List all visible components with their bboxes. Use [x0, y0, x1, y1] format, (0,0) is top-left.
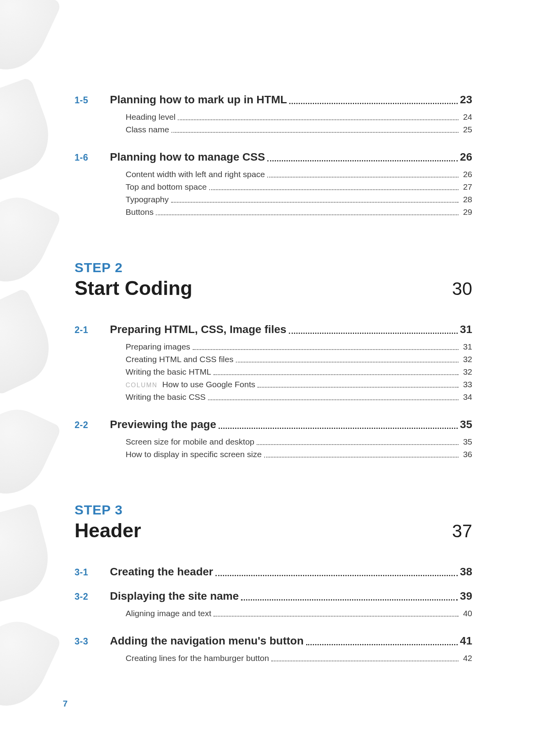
subsection-page: 32 — [461, 355, 472, 364]
subsection-title: Content width with left and right space — [126, 170, 265, 179]
section-title: Adding the navigation menu's button — [110, 635, 304, 647]
toc-subsection-row: COLUMNHow to use Google Fonts33 — [75, 380, 472, 389]
subsection-page: 34 — [461, 392, 472, 402]
toc-section-row: 2-1Preparing HTML, CSS, Image files31 — [75, 323, 472, 336]
step-label: STEP 2 — [75, 260, 472, 275]
section-page: 26 — [460, 151, 472, 163]
toc-section-row: 2-2Previewing the page35 — [75, 418, 472, 431]
toc-subsection-row: Class name25 — [75, 125, 472, 134]
dot-leader — [178, 119, 458, 120]
dot-leader — [215, 575, 458, 576]
dot-leader — [219, 428, 458, 429]
toc-subsection-row: Top and bottom space27 — [75, 182, 472, 192]
toc-subsection-row: How to display in specific screen size36 — [75, 450, 472, 459]
subsection-page: 26 — [461, 170, 472, 179]
dot-leader — [209, 189, 458, 190]
dot-leader — [214, 616, 458, 617]
subsection-page: 24 — [461, 112, 472, 122]
section-number: 3-1 — [75, 567, 110, 578]
toc-content: 1-5Planning how to mark up in HTML23Head… — [0, 0, 535, 663]
step-title-row: Header37 — [75, 519, 472, 542]
toc-subsection-row: Aligning image and text40 — [75, 609, 472, 618]
step-page: 37 — [452, 520, 472, 542]
section-title: Previewing the page — [110, 418, 216, 431]
step-page: 30 — [452, 278, 472, 299]
dot-leader — [156, 214, 458, 215]
dot-leader — [267, 177, 458, 178]
dot-leader — [267, 160, 458, 161]
section-number: 1-6 — [75, 152, 110, 163]
section-number: 2-1 — [75, 325, 110, 335]
dot-leader — [193, 349, 458, 350]
toc-section-row: 3-3Adding the navigation menu's button41 — [75, 635, 472, 647]
subsection-page: 42 — [461, 653, 472, 663]
section-title: Displaying the site name — [110, 590, 239, 602]
section-title: Preparing HTML, CSS, Image files — [110, 323, 287, 336]
subsection-title: Buttons — [126, 207, 153, 217]
subsection-title: Aligning image and text — [126, 609, 211, 618]
document-page: 1-5Planning how to mark up in HTML23Head… — [0, 0, 535, 756]
subsection-page: 31 — [461, 342, 472, 351]
step-title: Start Coding — [75, 277, 192, 300]
toc-section-row: 1-6Planning how to manage CSS26 — [75, 151, 472, 163]
section-number: 3-3 — [75, 636, 110, 647]
section-number: 3-2 — [75, 591, 110, 602]
step-label: STEP 3 — [75, 502, 472, 518]
dot-leader — [289, 103, 458, 104]
subsection-title: How to use Google Fonts — [162, 380, 255, 389]
subsection-title: Preparing images — [126, 342, 190, 351]
toc-subsection-row: Content width with left and right space2… — [75, 170, 472, 179]
subsection-page: 25 — [461, 125, 472, 134]
dot-leader — [214, 374, 458, 375]
subsection-page: 33 — [461, 380, 472, 389]
toc-subsection-row: Typography28 — [75, 195, 472, 204]
subsection-list: Aligning image and text40 — [75, 609, 472, 618]
toc-subsection-row: Creating lines for the hamburger button4… — [75, 653, 472, 663]
step-block: STEP 3Header37 — [75, 502, 472, 542]
dot-leader — [289, 333, 458, 334]
dot-leader — [171, 202, 458, 203]
dot-leader — [264, 457, 458, 458]
step-title-row: Start Coding30 — [75, 277, 472, 300]
section-title: Planning how to mark up in HTML — [110, 93, 287, 106]
toc-subsection-row: Screen size for mobile and desktop35 — [75, 437, 472, 447]
subsection-title: Top and bottom space — [126, 182, 207, 192]
section-page: 41 — [460, 635, 472, 647]
subsection-title: Typography — [126, 195, 169, 204]
subsection-title: Heading level — [126, 112, 175, 122]
step-block: STEP 2Start Coding30 — [75, 260, 472, 300]
subsection-list: Preparing images31Creating HTML and CSS … — [75, 342, 472, 402]
section-page: 35 — [460, 418, 472, 431]
toc-section-row: 1-5Planning how to mark up in HTML23 — [75, 93, 472, 106]
subsection-list: Creating lines for the hamburger button4… — [75, 653, 472, 663]
section-number: 1-5 — [75, 95, 110, 106]
toc-subsection-row: Preparing images31 — [75, 342, 472, 351]
section-page: 39 — [460, 590, 472, 602]
section-page: 23 — [460, 93, 472, 106]
dot-leader — [257, 444, 458, 445]
subsection-title: Screen size for mobile and desktop — [126, 437, 254, 447]
toc-subsection-row: Heading level24 — [75, 112, 472, 122]
section-title: Creating the header — [110, 566, 213, 578]
subsection-list: Content width with left and right space2… — [75, 170, 472, 217]
subsection-page: 28 — [461, 195, 472, 204]
toc-section-row: 3-1Creating the header38 — [75, 566, 472, 578]
subsection-page: 32 — [461, 367, 472, 377]
toc-subsection-row: Writing the basic CSS34 — [75, 392, 472, 402]
subsection-page: 40 — [461, 609, 472, 618]
toc-subsection-row: Creating HTML and CSS files32 — [75, 355, 472, 364]
toc-subsection-row: Buttons29 — [75, 207, 472, 217]
section-title: Planning how to manage CSS — [110, 151, 265, 163]
dot-leader — [257, 387, 458, 388]
subsection-title: Creating HTML and CSS files — [126, 355, 234, 364]
page-number: 7 — [63, 699, 68, 709]
subsection-list: Heading level24Class name25 — [75, 112, 472, 134]
toc-section-row: 3-2Displaying the site name39 — [75, 590, 472, 602]
subsection-page: 36 — [461, 450, 472, 459]
subsection-title: How to display in specific screen size — [126, 450, 262, 459]
dot-leader — [208, 399, 458, 400]
subsection-page: 29 — [461, 207, 472, 217]
subsection-prefix: COLUMN — [126, 382, 157, 389]
subsection-title: Class name — [126, 125, 169, 134]
subsection-title: Creating lines for the hamburger button — [126, 653, 269, 663]
